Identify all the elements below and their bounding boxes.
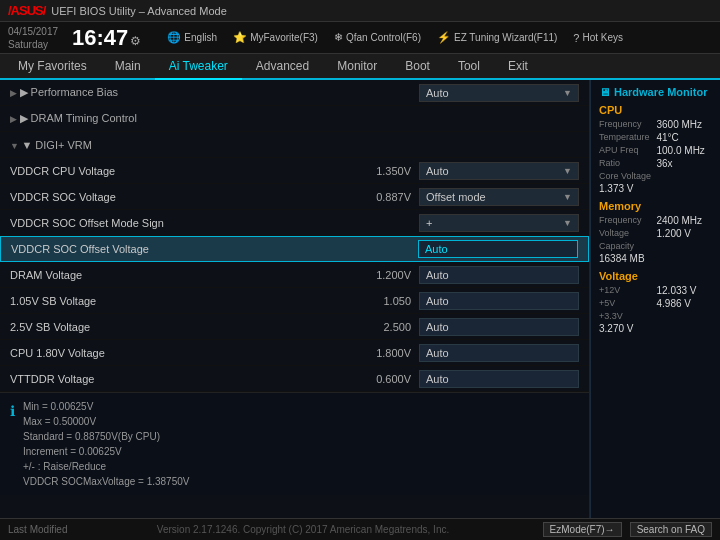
language-label: English [184, 32, 217, 43]
hw-value-core-voltage: 1.373 V [599, 183, 712, 194]
top-icon-language[interactable]: 🌐English [163, 29, 221, 46]
input-cpu-18v[interactable]: Auto [419, 344, 579, 362]
top-icon-qfan[interactable]: ❄Qfan Control(F6) [330, 29, 425, 46]
nav-tab-boot[interactable]: Boot [391, 53, 444, 79]
bios-title: UEFI BIOS Utility – Advanced Mode [51, 5, 226, 17]
dram-timing-header[interactable]: ▶ DRAM Timing Control [10, 112, 137, 125]
info-text: Min = 0.00625VMax = 0.50000VStandard = 0… [23, 399, 189, 489]
hw-section-memory: Memory [599, 200, 712, 212]
top-icon-hotkeys[interactable]: ?Hot Keys [569, 29, 627, 46]
input-sb-25v[interactable]: Auto [419, 318, 579, 336]
input-dram-voltage[interactable]: Auto [419, 266, 579, 284]
hw-label-ratio: Ratio [599, 158, 655, 169]
asus-logo: /ASUS/ [8, 3, 45, 18]
last-modified-label: Last Modified [8, 524, 67, 535]
digi-vrm-header[interactable]: ▼ DIGI+ VRM [10, 139, 92, 151]
nav-tab-tool[interactable]: Tool [444, 53, 494, 79]
hw-label-frequency: Frequency [599, 215, 655, 226]
nav-tab-monitor[interactable]: Monitor [323, 53, 391, 79]
hw-label-voltage: Voltage [599, 228, 655, 239]
hw-value-voltage: 1.200 V [657, 228, 713, 239]
info-panel: ℹ Min = 0.00625VMax = 0.50000VStandard =… [0, 392, 589, 495]
bottom-bar: Last Modified Version 2.17.1246. Copyrig… [0, 518, 720, 540]
setting-label-vddcr-soc-offset: VDDCR SOC Offset Voltage [11, 243, 338, 255]
hw-value-frequency: 3600 MHz [657, 119, 713, 130]
info-line: Increment = 0.00625V [23, 444, 189, 459]
hw-value-capacity: 16384 MB [599, 253, 712, 264]
chevron-down-icon: ▼ [563, 88, 572, 98]
input-vddcr-soc-offset[interactable]: Auto [418, 240, 578, 258]
hw-label--3-3v: +3.3V [599, 311, 712, 321]
top-icon-myfavorites[interactable]: ⭐MyFavorite(F3) [229, 29, 322, 46]
performance-bias-row[interactable]: ▶ Performance BiasAuto▼ [0, 80, 589, 106]
eztuning-label: EZ Tuning Wizard(F11) [454, 32, 557, 43]
hw-label-core-voltage: Core Voltage [599, 171, 712, 181]
day-display: Saturday [8, 38, 58, 51]
hw-monitor-title: 🖥 Hardware Monitor [599, 86, 712, 98]
hw-label-apu-freq: APU Freq [599, 145, 655, 156]
nav-tab-advanced[interactable]: Advanced [242, 53, 323, 79]
setting-value-vttddr: 0.600V [339, 373, 419, 385]
input-vttddr[interactable]: Auto [419, 370, 579, 388]
digi-vrm-header-row[interactable]: ▼ DIGI+ VRM [0, 132, 589, 158]
nav-tab-aitweaker[interactable]: Ai Tweaker [155, 54, 242, 80]
performance-bias-header[interactable]: ▶ Performance Bias [10, 86, 118, 99]
hw-value-apu-freq: 100.0 MHz [657, 145, 713, 156]
setting-label-sb-25v: 2.5V SB Voltage [10, 321, 339, 333]
hw-grid-memory: Frequency2400 MHzVoltage1.200 VCapacity1… [599, 215, 712, 264]
language-icon: 🌐 [167, 31, 181, 44]
top-bar: /ASUS/ UEFI BIOS Utility – Advanced Mode [0, 0, 720, 22]
dropdown-vddcr-cpu[interactable]: Auto▼ [419, 162, 579, 180]
nav-tab-exit[interactable]: Exit [494, 53, 542, 79]
setting-label-vttddr: VTTDDR Voltage [10, 373, 339, 385]
chevron-down-icon: ▼ [563, 218, 572, 228]
nav-tab-main[interactable]: Main [101, 53, 155, 79]
setting-row-sb-25v: 2.5V SB Voltage2.500Auto [0, 314, 589, 340]
setting-value-dram-voltage: 1.200V [339, 269, 419, 281]
dropdown-vddcr-soc-sign[interactable]: +▼ [419, 214, 579, 232]
info-line: Min = 0.00625V [23, 399, 189, 414]
hotkeys-icon: ? [573, 32, 579, 44]
setting-value-vddcr-cpu: 1.350V [339, 165, 419, 177]
setting-label-vddcr-cpu: VDDCR CPU Voltage [10, 165, 339, 177]
setting-value-cpu-18v: 1.800V [339, 347, 419, 359]
date-display: 04/15/2017 [8, 25, 58, 38]
copyright-text: Version 2.17.1246. Copyright (C) 2017 Am… [67, 524, 538, 535]
monitor-icon: 🖥 [599, 86, 610, 98]
qfan-label: Qfan Control(F6) [346, 32, 421, 43]
qfan-icon: ❄ [334, 31, 343, 44]
setting-label-dram-voltage: DRAM Voltage [10, 269, 339, 281]
performance-bias-dropdown[interactable]: Auto▼ [419, 84, 579, 102]
hw-value-temperature: 41°C [657, 132, 713, 143]
hw-grid-cpu: Frequency3600 MHzTemperature41°CAPU Freq… [599, 119, 712, 194]
search-faq-button[interactable]: Search on FAQ [630, 522, 712, 537]
ez-mode-button[interactable]: EzMode(F7)→ [543, 522, 622, 537]
hw-section-voltage: Voltage [599, 270, 712, 282]
hw-label-capacity: Capacity [599, 241, 712, 251]
left-panel: ▶ Performance BiasAuto▼▶ DRAM Timing Con… [0, 80, 590, 518]
dropdown-vddcr-soc[interactable]: Offset mode▼ [419, 188, 579, 206]
setting-row-vddcr-soc-sign: VDDCR SOC Offset Mode Sign+▼ [0, 210, 589, 236]
main-content: ▶ Performance BiasAuto▼▶ DRAM Timing Con… [0, 80, 720, 518]
hw-value-frequency: 2400 MHz [657, 215, 713, 226]
dram-timing-header-row[interactable]: ▶ DRAM Timing Control [0, 106, 589, 132]
gear-icon[interactable]: ⚙ [130, 34, 141, 48]
eztuning-icon: ⚡ [437, 31, 451, 44]
setting-row-sb-105v: 1.05V SB Voltage1.050Auto [0, 288, 589, 314]
setting-value-sb-25v: 2.500 [339, 321, 419, 333]
nav-bar: My FavoritesMainAi TweakerAdvancedMonito… [0, 54, 720, 80]
hw-label-temperature: Temperature [599, 132, 655, 143]
setting-row-cpu-18v: CPU 1.80V Voltage1.800VAuto [0, 340, 589, 366]
hw-value-ratio: 36x [657, 158, 713, 169]
setting-label-cpu-18v: CPU 1.80V Voltage [10, 347, 339, 359]
info-line: +/- : Raise/Reduce [23, 459, 189, 474]
info-line: VDDCR SOCMaxVoltage = 1.38750V [23, 474, 189, 489]
setting-row-vddcr-soc: VDDCR SOC Voltage0.887VOffset mode▼ [0, 184, 589, 210]
input-sb-105v[interactable]: Auto [419, 292, 579, 310]
setting-row-vttddr: VTTDDR Voltage0.600VAuto [0, 366, 589, 392]
setting-row-vddcr-soc-offset: VDDCR SOC Offset VoltageAuto [0, 236, 589, 262]
hw-section-cpu: CPU [599, 104, 712, 116]
top-icon-eztuning[interactable]: ⚡EZ Tuning Wizard(F11) [433, 29, 561, 46]
myfavorites-label: MyFavorite(F3) [250, 32, 318, 43]
nav-tab-favorites[interactable]: My Favorites [4, 53, 101, 79]
